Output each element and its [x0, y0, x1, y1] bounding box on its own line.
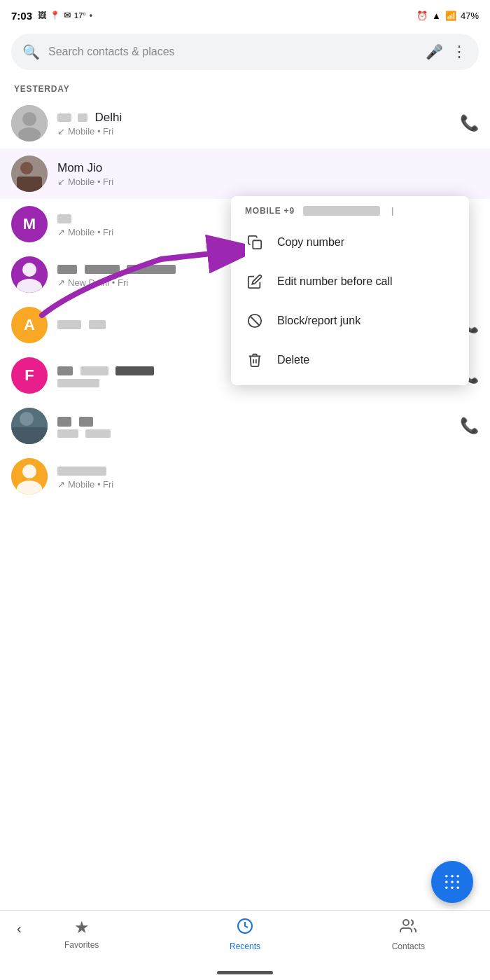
avatar-f: F [11, 357, 48, 394]
avatar-a: A [11, 307, 48, 343]
search-placeholder: Search contacts & places [48, 46, 417, 58]
call-info-delhi: Delhi ↙ Mobile • Fri [57, 111, 450, 137]
svg-point-26 [445, 886, 448, 889]
menu-item-copy[interactable]: Copy number [231, 223, 469, 262]
alarm-icon: ⏰ [416, 11, 428, 21]
nav-label-favorites: Favorites [64, 940, 99, 950]
call-item-delhi[interactable]: Delhi ↙ Mobile • Fri 📞 [0, 98, 490, 149]
menu-label-edit: Edit number before call [277, 275, 393, 288]
contact-name-momjio: Mom Jio [57, 161, 479, 175]
menu-item-edit[interactable]: Edit number before call [231, 262, 469, 301]
recents-icon [237, 918, 253, 939]
time-display: 7:03 [11, 10, 32, 22]
delete-icon [245, 350, 265, 370]
svg-rect-6 [17, 177, 42, 192]
section-label-yesterday: YESTERDAY [0, 76, 490, 98]
svg-point-25 [456, 881, 459, 883]
call-item-last[interactable]: ↗ Mobile • Fri [0, 451, 490, 502]
avatar-last [11, 458, 48, 495]
call-arrow-delhi: ↙ [57, 126, 65, 137]
call-info-momjio: Mom Jio ↙ Mobile • Fri [57, 161, 479, 187]
nav-label-recents: Recents [230, 941, 260, 951]
call-detail-momjio: ↙ Mobile • Fri [57, 177, 479, 187]
edit-icon [245, 272, 265, 291]
call-arrow-unknown: ↗ [57, 277, 65, 288]
svg-point-20 [445, 875, 448, 878]
avatar-momjio [11, 156, 48, 192]
call-info-last: ↗ Mobile • Fri [57, 464, 479, 490]
svg-point-8 [22, 263, 36, 277]
svg-point-28 [456, 886, 459, 889]
phone-icon-delhi[interactable]: 📞 [460, 114, 479, 132]
call-detail-last: ↗ Mobile • Fri [57, 479, 479, 490]
svg-rect-12 [11, 427, 48, 444]
context-menu-separator: | [391, 206, 394, 216]
call-detail-delhi: ↙ Mobile • Fri [57, 126, 450, 137]
more-options-icon[interactable]: ⋮ [451, 43, 468, 61]
search-icon: 🔍 [22, 43, 40, 60]
svg-point-5 [20, 162, 33, 174]
search-bar[interactable]: 🔍 Search contacts & places 🎤 ⋮ [11, 34, 479, 70]
svg-point-1 [22, 112, 36, 126]
status-bar: 7:03 🖼 📍 ✉ 17° • ⏰ ▲ 📶 47% [0, 0, 490, 28]
call-item-momjio[interactable]: Mom Jio ↙ Mobile • Fri [0, 149, 490, 199]
svg-point-14 [22, 464, 36, 478]
menu-label-block: Block/report junk [277, 315, 360, 327]
phone-icon-photo[interactable]: 📞 [460, 417, 479, 435]
contacts-icon [400, 918, 416, 939]
svg-point-23 [445, 881, 448, 883]
copy-icon [245, 233, 265, 252]
call-arrow-last: ↗ [57, 479, 65, 490]
gesture-bar [217, 971, 273, 974]
wifi-icon: ▲ [432, 11, 441, 21]
context-menu-phone-label: MOBILE +9 [245, 206, 295, 216]
avatar-photo [11, 408, 48, 444]
block-icon [245, 311, 265, 331]
svg-point-27 [451, 886, 454, 889]
back-chevron[interactable]: ‹ [17, 920, 22, 937]
menu-label-delete: Delete [277, 354, 309, 366]
call-detail-photo [57, 429, 450, 438]
battery-display: 47% [461, 11, 479, 21]
avatar-m: M [11, 206, 48, 242]
menu-item-delete[interactable]: Delete [231, 340, 469, 380]
nav-item-contacts[interactable]: Contacts [327, 918, 490, 951]
nav-item-recents[interactable]: Recents [163, 918, 326, 951]
svg-point-21 [451, 875, 454, 878]
favorites-icon: ★ [74, 918, 90, 937]
svg-point-2 [18, 127, 41, 142]
nav-item-favorites[interactable]: ★ Favorites [0, 918, 163, 950]
avatar-delhi [11, 105, 48, 142]
avatar-unknown [11, 256, 48, 293]
fab-dialpad[interactable] [431, 861, 473, 903]
svg-point-30 [403, 920, 409, 925]
context-menu: MOBILE +9 | Copy number Edit number befo… [231, 196, 469, 385]
dot-icon: • [90, 11, 92, 20]
bottom-nav: ★ Favorites Recents Contacts [0, 910, 490, 980]
call-arrow-momjio: ↙ [57, 177, 65, 187]
svg-rect-16 [253, 240, 261, 249]
contact-name-delhi: Delhi [57, 111, 450, 125]
svg-point-24 [451, 881, 454, 883]
svg-line-18 [251, 317, 260, 326]
contact-name-last [57, 464, 479, 478]
mic-icon[interactable]: 🎤 [426, 43, 443, 60]
signal-icon: 📶 [445, 11, 456, 21]
context-menu-header: MOBILE +9 | [231, 196, 469, 223]
email-icon: ✉ [64, 11, 71, 20]
status-time: 7:03 🖼 📍 ✉ 17° • [11, 10, 92, 22]
photo-icon: 🖼 [38, 11, 46, 20]
menu-item-block[interactable]: Block/report junk [231, 301, 469, 340]
menu-label-copy: Copy number [277, 236, 344, 249]
location-icon: 📍 [50, 11, 60, 20]
contact-name-photo [57, 414, 450, 428]
call-item-photo[interactable]: 📞 [0, 401, 490, 451]
nav-label-contacts: Contacts [392, 941, 425, 951]
notification-icons: 🖼 📍 ✉ 17° • [38, 11, 92, 20]
section-label-text: YESTERDAY [14, 84, 69, 94]
svg-point-11 [20, 412, 34, 426]
temp-icon: 17° [74, 11, 86, 20]
call-arrow-m: ↗ [57, 227, 65, 237]
status-right-icons: ⏰ ▲ 📶 47% [416, 11, 479, 21]
svg-point-22 [456, 875, 459, 878]
